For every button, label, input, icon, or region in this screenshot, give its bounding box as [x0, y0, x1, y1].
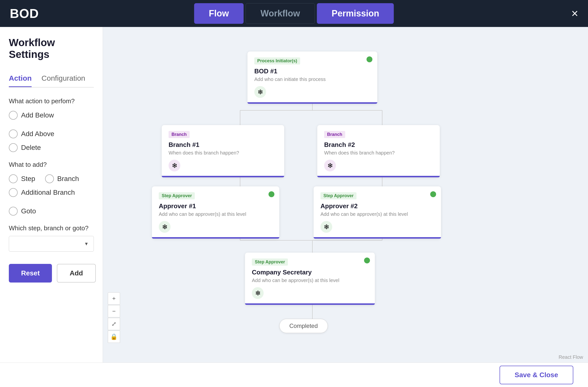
node-secretary-bar — [245, 303, 375, 305]
node-branch2-desc: When does this branch happen? — [324, 150, 433, 156]
node-approver1-icon: ❄ — [159, 221, 170, 233]
node-branch1[interactable]: Branch Branch #1 When does this branch h… — [162, 125, 284, 177]
close-button[interactable]: × — [571, 7, 578, 20]
node-approver2-title: Approver #2 — [320, 202, 434, 210]
lock-button[interactable]: 🔒 — [108, 331, 120, 343]
action-buttons: Reset Add — [9, 264, 94, 283]
node-secretary-icon: ❄ — [252, 287, 264, 299]
radio-branch-circle — [45, 174, 54, 183]
node-branch1-bar — [162, 176, 284, 177]
node-branch1-desc: When does this branch happen? — [168, 150, 277, 156]
zoom-in-button[interactable]: + — [108, 292, 120, 305]
app-title: BOD — [10, 6, 39, 21]
snowflake-icon: ❄ — [257, 88, 263, 96]
tab-configuration[interactable]: Configuration — [42, 70, 85, 87]
radio-delete-circle — [9, 143, 18, 152]
node-approver2[interactable]: Step Approver Approver #2 Add who can be… — [314, 186, 441, 239]
flow-controls: + − ⤢ 🔒 — [108, 292, 120, 343]
react-flow-label: React Flow — [559, 354, 583, 360]
snowflake-icon-b1: ❄ — [172, 162, 177, 170]
node-initiator-bar — [248, 102, 377, 104]
radio-add-above-circle — [9, 130, 18, 138]
step-question-label: Which step, branch or goto? — [9, 224, 94, 232]
status-dot-approver1 — [269, 191, 274, 197]
node-secretary[interactable]: Step Approver Company Secretary Add who … — [245, 253, 375, 305]
badge-initiator: Process Initiator(s) — [254, 57, 300, 65]
radio-add-above[interactable]: Add Above — [9, 130, 54, 138]
radio-add-below-circle — [9, 111, 18, 120]
node-branch2[interactable]: Branch Branch #2 When does this branch h… — [317, 125, 440, 177]
node-approver2-icon: ❄ — [320, 221, 332, 233]
sidebar-tab-group: Action Configuration — [9, 70, 94, 88]
node-secretary-desc: Add who can be approver(s) at this level — [252, 278, 368, 283]
radio-delete[interactable]: Delete — [9, 143, 41, 152]
header-tab-group: Flow Workflow Permission — [194, 3, 394, 24]
radio-add-below-label: Add Below — [21, 111, 54, 119]
snowflake-icon-a2: ❄ — [324, 223, 329, 231]
node-initiator-desc: Add who can initiate this process — [254, 76, 370, 82]
badge-approver2: Step Approver — [320, 192, 357, 199]
badge-approver1: Step Approver — [159, 192, 195, 199]
add-radio-group: Step Branch Additional Branch Goto — [9, 174, 94, 216]
node-completed: Completed — [279, 319, 328, 333]
add-button[interactable]: Add — [57, 264, 96, 283]
radio-step-circle — [9, 174, 18, 183]
step-selector: Which step, branch or goto? ▾ — [9, 224, 94, 252]
flow-canvas[interactable]: Process Initiator(s) BOD #1 Add who can … — [103, 27, 588, 363]
node-approver1-desc: Add who can be approver(s) at this level — [159, 211, 273, 217]
node-branch1-icon: ❄ — [168, 160, 180, 171]
zoom-out-button[interactable]: − — [108, 305, 120, 317]
node-approver1-bar — [152, 237, 279, 239]
radio-goto[interactable]: Goto — [9, 207, 36, 216]
radio-goto-circle — [9, 207, 18, 216]
tab-flow[interactable]: Flow — [194, 3, 244, 24]
completed-label: Completed — [289, 322, 318, 329]
status-dot-initiator — [367, 56, 372, 62]
chevron-down-icon: ▾ — [85, 241, 88, 247]
node-approver2-bar — [314, 237, 441, 239]
node-initiator[interactable]: Process Initiator(s) BOD #1 Add who can … — [248, 51, 377, 104]
status-dot-approver2 — [430, 191, 436, 197]
node-branch2-title: Branch #2 — [324, 141, 433, 149]
badge-branch1: Branch — [168, 131, 190, 138]
step-dropdown[interactable]: ▾ — [9, 236, 94, 252]
node-initiator-title: BOD #1 — [254, 68, 370, 75]
radio-branch-label: Branch — [57, 175, 79, 183]
action-radio-group: Add Below Add Above Delete — [9, 111, 94, 152]
action-question-label: What action to perfom? — [9, 97, 94, 105]
tab-action[interactable]: Action — [9, 70, 32, 87]
status-dot-secretary — [364, 257, 370, 263]
node-secretary-title: Company Secretary — [252, 269, 368, 276]
save-close-button[interactable]: Save & Close — [500, 366, 573, 384]
node-branch1-title: Branch #1 — [168, 141, 277, 149]
tab-workflow[interactable]: Workflow — [246, 3, 315, 24]
radio-add-above-label: Add Above — [21, 130, 54, 138]
save-bar: Save & Close — [0, 363, 588, 387]
radio-additional-branch-circle — [9, 188, 18, 197]
radio-step-label: Step — [21, 175, 35, 183]
snowflake-icon-a1: ❄ — [162, 223, 168, 231]
node-approver1-title: Approver #1 — [159, 202, 273, 210]
badge-branch2: Branch — [324, 131, 345, 138]
node-initiator-icon: ❄ — [254, 86, 266, 98]
reset-button[interactable]: Reset — [9, 264, 52, 283]
badge-secretary: Step Approver — [252, 258, 288, 266]
sidebar-title: Workflow Settings — [9, 37, 94, 60]
radio-step[interactable]: Step — [9, 174, 35, 183]
tab-permission[interactable]: Permission — [317, 3, 394, 24]
fit-view-button[interactable]: ⤢ — [108, 318, 120, 330]
sidebar: Workflow Settings Action Configuration W… — [0, 27, 103, 363]
radio-delete-label: Delete — [21, 144, 41, 152]
radio-additional-branch-label: Additional Branch — [21, 189, 75, 196]
add-question-label: What to add? — [9, 161, 94, 168]
radio-goto-label: Goto — [21, 207, 36, 215]
snowflake-icon-sec: ❄ — [255, 289, 261, 297]
node-approver2-desc: Add who can be approver(s) at this level — [320, 211, 434, 217]
radio-additional-branch[interactable]: Additional Branch — [9, 188, 75, 197]
radio-add-below[interactable]: Add Below — [9, 111, 54, 120]
snowflake-icon-b2: ❄ — [327, 162, 333, 170]
node-branch2-icon: ❄ — [324, 160, 336, 171]
node-approver1[interactable]: Step Approver Approver #1 Add who can be… — [152, 186, 279, 239]
node-branch2-bar — [317, 176, 440, 177]
radio-branch[interactable]: Branch — [45, 174, 79, 183]
